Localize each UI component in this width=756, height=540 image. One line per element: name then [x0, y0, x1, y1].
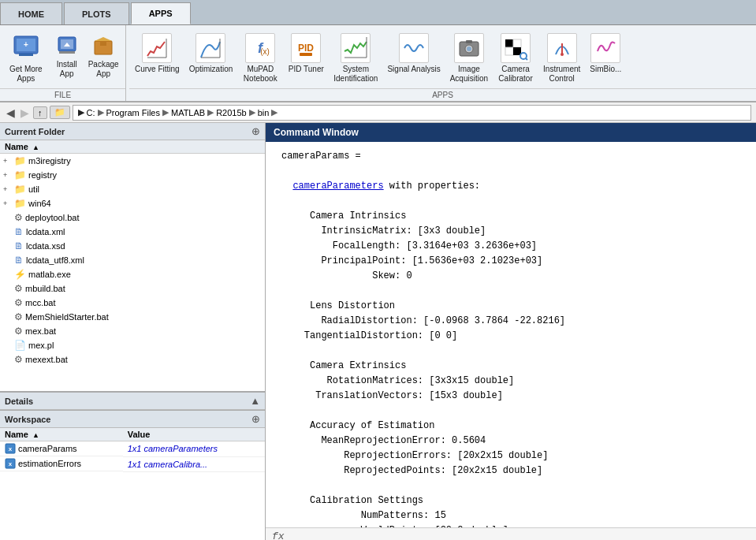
mupad-notebook-label: MuPADNotebook — [244, 65, 277, 84]
details-header: Details ▲ — [0, 393, 265, 410]
optimization-button[interactable]: Optimization — [185, 30, 237, 77]
path-r2015b[interactable]: R2015b — [216, 108, 247, 117]
curve-fitting-button[interactable]: Curve Fitting — [131, 30, 184, 77]
cmd-line — [281, 194, 740, 208]
package-app-label: PackageApp — [88, 60, 119, 79]
simbio-button[interactable]: SimBio... — [586, 30, 625, 77]
signal-analysis-button[interactable]: Signal Analysis — [383, 30, 444, 77]
cmd-line — [281, 284, 740, 298]
get-more-apps-label: Get MoreApps — [9, 65, 43, 84]
folder-tree: + 📁 m3iregistry + 📁 registry + 📁 util + … — [0, 154, 265, 391]
pid-tuner-button[interactable]: PID PID Tuner — [284, 30, 328, 77]
camera-parameters-link[interactable]: cameraParameters — [292, 181, 383, 192]
command-window-content[interactable]: cameraParams = cameraParameters with pro… — [266, 142, 756, 527]
svg-text:x: x — [9, 460, 13, 467]
list-item[interactable]: + 📁 registry — [0, 168, 265, 182]
svg-text:(x): (x) — [260, 47, 270, 56]
optimization-icon — [196, 33, 225, 63]
svg-rect-29 — [505, 47, 513, 55]
svg-text:PID: PID — [298, 43, 314, 54]
list-item[interactable]: 🗎 lcdata_utf8.xml — [0, 253, 265, 267]
workspace-expand-btn[interactable]: ⊕ — [251, 413, 260, 425]
instrument-control-button[interactable]: InstrumentControl — [539, 30, 584, 87]
svg-point-35 — [560, 53, 564, 56]
address-path: ▶ C: ▶ Program Files ▶ MATLAB ▶ R2015b ▶… — [73, 105, 752, 121]
forward-button[interactable]: ▶ — [19, 106, 31, 119]
list-item[interactable]: ⚙ MemShieldStarter.bat — [0, 310, 265, 324]
package-app-icon — [91, 33, 116, 58]
list-item[interactable]: + 📁 m3iregistry — [0, 154, 265, 168]
list-item[interactable]: ⚙ mcc.bat — [0, 296, 265, 310]
ws-col-value[interactable]: Value — [123, 428, 265, 441]
camera-calibrator-icon — [501, 33, 531, 63]
back-button[interactable]: ◀ — [5, 106, 17, 119]
list-item[interactable]: ⚙ mex.bat — [0, 324, 265, 338]
cmd-section-lens: Lens Distortion — [281, 299, 740, 313]
path-matlab[interactable]: MATLAB — [171, 108, 205, 117]
svg-rect-30 — [513, 47, 521, 55]
svg-line-32 — [526, 58, 527, 60]
system-identification-button[interactable]: SystemIdentification — [330, 30, 382, 87]
folder-col-name[interactable]: Name ▲ — [5, 142, 39, 151]
list-item[interactable]: 📄 mex.pl — [0, 338, 265, 352]
install-app-button[interactable]: InstallApp — [50, 30, 84, 82]
list-item[interactable]: + 📁 util — [0, 182, 265, 196]
cmd-line — [281, 404, 740, 418]
details-collapse-btn[interactable]: ▲ — [250, 395, 260, 407]
browse-button[interactable]: 📁 — [50, 106, 70, 119]
workspace-header: Workspace ⊕ — [0, 411, 265, 428]
get-more-apps-button[interactable]: + Get MoreApps — [5, 30, 47, 87]
list-item[interactable]: ⚡ matlab.exe — [0, 267, 265, 281]
cmd-section-calibration: Calibration Settings — [281, 493, 740, 508]
mupad-notebook-icon: f (x) — [245, 33, 275, 63]
cmd-section-intrinsics: Camera Intrinsics — [281, 209, 740, 223]
image-acquisition-button[interactable]: ImageAcquisition — [446, 30, 492, 87]
ws-row-estimation-errors[interactable]: x estimationErrors 1x1 cameraCalibra... — [0, 456, 265, 471]
svg-rect-10 — [100, 41, 106, 46]
install-app-label: InstallApp — [57, 60, 77, 79]
ws-row-camera-params[interactable]: x cameraParams 1x1 cameraParameters — [0, 441, 265, 457]
list-item[interactable]: 🗎 lcdata.xml — [0, 225, 265, 239]
cmd-line — [281, 344, 740, 358]
path-bin[interactable]: bin — [258, 108, 270, 117]
tab-apps[interactable]: APPS — [131, 2, 191, 24]
list-item[interactable]: 🗎 lcdata.xsd — [0, 239, 265, 253]
cmd-line: ReprojectedPoints: [20x2x15 double] — [281, 464, 740, 478]
instrument-control-label: InstrumentControl — [543, 65, 580, 84]
file-section-label: FILE — [0, 88, 125, 101]
list-item[interactable]: ⚙ deploytool.bat — [0, 210, 265, 225]
current-folder-expand-btn[interactable]: ⊕ — [251, 125, 260, 137]
simbio-icon — [590, 33, 620, 63]
svg-rect-19 — [343, 35, 368, 61]
path-program-files[interactable]: Program Files — [106, 108, 160, 117]
cmd-line: PrincipalPoint: [1.5636e+03 2.1023e+03] — [281, 254, 740, 268]
tab-home[interactable]: HOME — [0, 2, 62, 24]
cmd-line — [281, 479, 740, 493]
cmd-line: TranslationVectors: [15x3 double] — [281, 389, 740, 403]
ws-col-name[interactable]: Name ▲ — [0, 428, 123, 441]
mupad-notebook-button[interactable]: f (x) MuPADNotebook — [238, 30, 282, 87]
svg-point-24 — [467, 47, 471, 51]
package-app-button[interactable]: PackageApp — [87, 30, 121, 82]
cmd-line — [281, 164, 740, 178]
svg-rect-6 — [59, 51, 75, 54]
tab-plots[interactable]: PLOTS — [64, 2, 129, 24]
cmd-section-accuracy: Accuracy of Estimation — [281, 419, 740, 433]
cmd-line: MeanReprojectionError: 0.5604 — [281, 434, 740, 448]
list-item[interactable]: ⚙ mexext.bat — [0, 352, 265, 367]
svg-rect-36 — [593, 35, 618, 61]
path-c[interactable]: C: — [87, 108, 95, 117]
system-identification-label: SystemIdentification — [333, 65, 378, 84]
image-acquisition-label: ImageAcquisition — [450, 65, 488, 84]
list-item[interactable]: ⚙ mbuild.bat — [0, 281, 265, 296]
cmd-section-extrinsics: Camera Extrinsics — [281, 359, 740, 373]
cmd-line: cameraParameters with properties: — [281, 179, 740, 193]
svg-text:x: x — [9, 445, 13, 452]
up-button[interactable]: ↑ — [33, 106, 47, 119]
signal-analysis-icon — [399, 33, 429, 63]
command-window-header: Command Window — [266, 123, 756, 142]
camera-calibrator-button[interactable]: CameraCalibrator — [493, 30, 538, 87]
current-folder-header: Current Folder ⊕ — [0, 123, 265, 140]
fx-prompt: fx — [272, 531, 285, 540]
list-item[interactable]: + 📁 win64 — [0, 196, 265, 210]
